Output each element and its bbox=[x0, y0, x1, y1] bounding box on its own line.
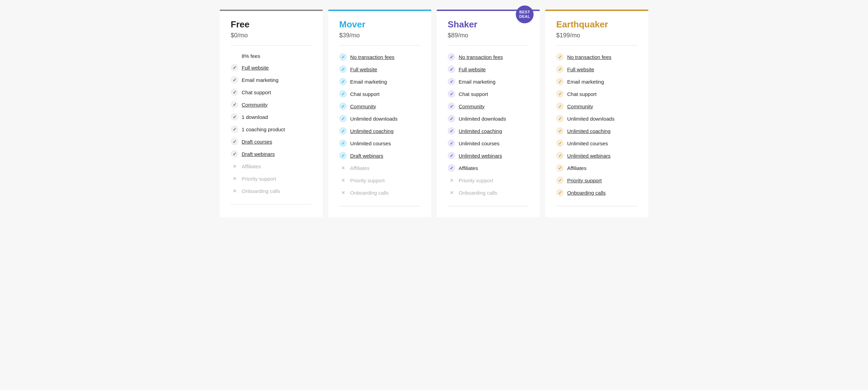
feature-label: Unlimited webinars bbox=[567, 153, 611, 159]
check-icon: ✓ bbox=[448, 152, 455, 159]
feature-label: Community bbox=[242, 102, 268, 108]
list-item: ✓Draft courses bbox=[231, 138, 312, 145]
check-icon: ✓ bbox=[448, 53, 455, 61]
feature-label: Affiliates bbox=[242, 163, 261, 169]
check-icon: ✓ bbox=[556, 102, 564, 110]
list-item: ✕Onboarding calls bbox=[448, 189, 529, 196]
list-item: ✓Affiliates bbox=[556, 164, 637, 172]
check-icon: ✓ bbox=[339, 152, 347, 159]
feature-label: Affiliates bbox=[567, 165, 586, 171]
list-item: ✓Unlimited downloads bbox=[448, 115, 529, 122]
plan-name-mover: Mover bbox=[339, 19, 420, 30]
feature-label: Unlimited courses bbox=[459, 141, 499, 146]
plan-price-earthquaker: $199/mo bbox=[556, 32, 637, 39]
feature-label: Community bbox=[459, 103, 485, 109]
plan-name-earthquaker: Earthquaker bbox=[556, 19, 637, 30]
feature-label: Unlimited coaching bbox=[350, 128, 394, 134]
plan-card-shaker: BEST DEALShaker$89/mo✓No transaction fee… bbox=[437, 10, 540, 217]
cross-icon: ✕ bbox=[339, 164, 347, 172]
plan-name-shaker: Shaker bbox=[448, 19, 529, 30]
feature-label: Email marketing bbox=[350, 79, 387, 85]
feature-label: Full website bbox=[350, 66, 377, 72]
list-item: ✕Affiliates bbox=[231, 162, 312, 170]
check-icon: ✓ bbox=[556, 152, 564, 159]
feature-label: No transaction fees bbox=[567, 54, 611, 60]
feature-label: Priority support bbox=[459, 178, 493, 183]
list-item: ✓Chat support bbox=[448, 90, 529, 98]
check-icon: ✓ bbox=[556, 78, 564, 85]
divider-bottom-earthquaker bbox=[556, 206, 637, 206]
list-item: ✕Priority support bbox=[339, 176, 420, 184]
plan-card-free: Free$0/mo8% fees✓Full website✓Email mark… bbox=[220, 10, 323, 217]
feature-label: Email marketing bbox=[242, 77, 279, 83]
check-icon: ✓ bbox=[448, 164, 455, 172]
feature-label: Full website bbox=[567, 66, 594, 72]
plan-top-bar-free bbox=[220, 10, 323, 11]
list-item: ✓No transaction fees bbox=[556, 53, 637, 61]
feature-label: Full website bbox=[242, 65, 269, 71]
check-icon: ✓ bbox=[448, 139, 455, 147]
check-icon: ✓ bbox=[339, 115, 347, 122]
check-icon: ✓ bbox=[231, 88, 238, 96]
feature-label: Chat support bbox=[459, 91, 488, 97]
check-icon: ✓ bbox=[448, 127, 455, 135]
divider-bottom-free bbox=[231, 204, 312, 205]
check-icon: ✓ bbox=[339, 127, 347, 135]
list-item: ✓Chat support bbox=[231, 88, 312, 96]
feature-label: Full website bbox=[459, 66, 486, 72]
check-icon: ✓ bbox=[339, 102, 347, 110]
list-item: ✓Email marketing bbox=[556, 78, 637, 85]
feature-label: Chat support bbox=[350, 91, 380, 97]
plan-top-bar-earthquaker bbox=[545, 10, 648, 11]
list-item: ✓Unlimited courses bbox=[448, 139, 529, 147]
list-item: ✓Unlimited downloads bbox=[556, 115, 637, 122]
list-item: ✓Community bbox=[339, 102, 420, 110]
feature-label: 8% fees bbox=[242, 53, 260, 59]
check-icon: ✓ bbox=[231, 150, 238, 158]
feature-label: 1 download bbox=[242, 114, 268, 120]
check-icon: ✓ bbox=[231, 101, 238, 108]
best-deal-badge: BEST DEAL bbox=[516, 5, 534, 23]
feature-label: Unlimited courses bbox=[350, 141, 391, 146]
list-item: ✓Priority support bbox=[556, 176, 637, 184]
check-icon: ✓ bbox=[231, 138, 238, 145]
feature-label: Unlimited courses bbox=[567, 141, 608, 146]
feature-label: Unlimited webinars bbox=[459, 153, 502, 159]
check-icon: ✓ bbox=[448, 65, 455, 73]
list-item: ✓Full website bbox=[448, 65, 529, 73]
list-item: ✓Email marketing bbox=[339, 78, 420, 85]
list-item: ✓1 download bbox=[231, 113, 312, 121]
check-icon: ✓ bbox=[339, 65, 347, 73]
check-icon: ✓ bbox=[231, 125, 238, 133]
feature-label: Unlimited downloads bbox=[567, 116, 614, 122]
list-item: ✓Full website bbox=[556, 65, 637, 73]
feature-label: Onboarding calls bbox=[350, 190, 389, 196]
list-item: ✓Affiliates bbox=[448, 164, 529, 172]
feature-label: Unlimited downloads bbox=[459, 116, 506, 122]
list-item: ✓Email marketing bbox=[231, 76, 312, 84]
check-icon: ✓ bbox=[448, 115, 455, 122]
feature-label: Unlimited downloads bbox=[350, 116, 397, 122]
check-icon: ✓ bbox=[448, 90, 455, 98]
list-item: ✓Chat support bbox=[339, 90, 420, 98]
check-icon: ✓ bbox=[556, 139, 564, 147]
feature-label: Community bbox=[567, 103, 593, 109]
list-item: ✓Unlimited downloads bbox=[339, 115, 420, 122]
cross-icon: ✕ bbox=[231, 162, 238, 170]
check-icon: ✓ bbox=[556, 176, 564, 184]
feature-label: Email marketing bbox=[567, 79, 604, 85]
cross-icon: ✕ bbox=[339, 176, 347, 184]
plan-price-mover: $39/mo bbox=[339, 32, 420, 39]
plan-price-free: $0/mo bbox=[231, 32, 312, 39]
divider-top-earthquaker bbox=[556, 45, 637, 46]
list-item: ✓Full website bbox=[339, 65, 420, 73]
list-item: ✓Unlimited webinars bbox=[556, 152, 637, 159]
check-icon: ✓ bbox=[556, 115, 564, 122]
cross-icon: ✕ bbox=[231, 187, 238, 195]
feature-label: Draft courses bbox=[242, 139, 272, 145]
divider-top-shaker bbox=[448, 45, 529, 46]
plan-name-free: Free bbox=[231, 19, 312, 30]
plan-card-earthquaker: Earthquaker$199/mo✓No transaction fees✓F… bbox=[545, 10, 648, 217]
list-item: ✓Full website bbox=[231, 64, 312, 71]
cross-icon: ✕ bbox=[448, 189, 455, 196]
